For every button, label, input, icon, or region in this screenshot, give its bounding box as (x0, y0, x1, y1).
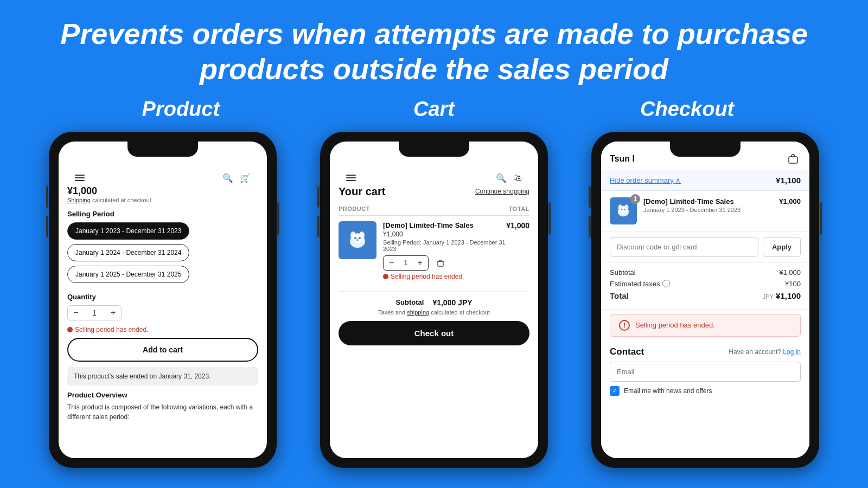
svg-point-13 (621, 208, 623, 210)
selling-period-label: Selling Period (67, 210, 258, 218)
order-summary-link[interactable]: Hide order summary ∧ (610, 176, 681, 184)
taxes-value: ¥100 (785, 280, 801, 288)
cart-delete-button[interactable] (433, 255, 448, 271)
page-wrapper: Prevents orders when attempts are made t… (0, 0, 868, 468)
headline: Prevents orders when attempts are made t… (33, 16, 835, 87)
hamburger-icon[interactable] (75, 175, 85, 181)
checkout-store-name: Tsun I (610, 154, 635, 164)
checkout-error-text: Selling period has ended. (635, 321, 715, 329)
subtotal-label: Subtotal (610, 268, 636, 277)
cart-error-msg: Selling period has ended. (383, 273, 529, 280)
header: Prevents orders when attempts are made t… (0, 0, 868, 92)
total-label: Total (610, 291, 629, 300)
period-option-2023[interactable]: January 1 2023 - December 31 2023 (67, 222, 189, 240)
side-btn-3 (277, 202, 279, 235)
svg-rect-8 (789, 157, 797, 163)
newsletter-label: Email me with news and offers (624, 387, 712, 395)
cart-qty-minus[interactable]: − (384, 256, 399, 270)
period-option-2024[interactable]: January 1 2024 - December 31 2024 (67, 244, 189, 261)
svg-point-6 (356, 239, 359, 241)
checkout-button[interactable]: Check out (339, 321, 529, 345)
cart-item-price-right: ¥1,000 (506, 221, 529, 230)
order-summary-total: ¥1,100 (776, 176, 801, 185)
cart-subtotal-row: Subtotal ¥1,000 JPY (339, 298, 529, 307)
notch-cart (399, 142, 469, 157)
apply-button[interactable]: Apply (763, 237, 801, 257)
error-circle-icon: ! (619, 320, 630, 331)
quantity-control: − 1 + (67, 305, 122, 320)
checkout-cart-icon (786, 151, 801, 166)
side-btn-7 (589, 186, 591, 208)
qty-value: 1 (92, 309, 97, 317)
continue-shopping-link[interactable]: Continue shopping (475, 188, 529, 195)
cart-title: Your cart (339, 185, 475, 198)
section-label-checkout: Checkout (560, 98, 814, 121)
search-icon[interactable]: 🔍 (222, 173, 233, 183)
cart-subtotal-val: ¥1,000 JPY (432, 298, 472, 307)
order-item-name: [Demo] Limited-Time Sales (643, 197, 773, 206)
product-topnav: 🔍 🛒 (67, 169, 258, 185)
cart-search-icon[interactable]: 🔍 (496, 173, 507, 183)
phones-row: 🔍 🛒 ¥1,000 Shipping calculated at checko… (0, 126, 868, 468)
cart-col-product: PRODUCT (339, 206, 370, 212)
svg-point-14 (624, 208, 626, 210)
cart-qty-control: − 1 + (383, 255, 429, 271)
order-summary-toggle[interactable]: Hide order summary ∧ ¥1,100 (601, 170, 809, 191)
error-dot-icon (67, 327, 73, 332)
product-error-text: Selling period has ended. (75, 326, 148, 333)
cart-screen: 🔍 🛍 Your cart Continue shopping PRODUCT … (330, 142, 538, 458)
cart-error-text: Selling period has ended. (391, 273, 464, 280)
login-link[interactable]: Log in (783, 348, 801, 356)
cart-qty-plus[interactable]: + (412, 256, 428, 270)
product-shipping: Shipping calculated at checkout. (67, 197, 258, 203)
svg-rect-7 (438, 261, 443, 266)
cart-topbar: Your cart Continue shopping (339, 185, 529, 198)
side-btn-1 (46, 186, 48, 208)
cart-bag-icon[interactable]: 🛍 (513, 173, 522, 183)
shipping-link[interactable]: Shipping (67, 197, 91, 203)
taxes-row: Estimated taxes i ¥100 (610, 280, 801, 288)
add-to-cart-button[interactable]: Add to cart (67, 338, 258, 362)
cart-hamburger-icon[interactable] (346, 175, 356, 181)
notch-product (127, 142, 198, 157)
order-summary-link-text: Hide order summary (610, 176, 674, 184)
total-amount: ¥1,100 (776, 291, 801, 300)
cart-qty-row: − 1 + (383, 255, 529, 271)
quantity-label: Quantity (67, 293, 258, 301)
total-value: JPY ¥1,100 (763, 291, 801, 300)
order-item-row: 1 [Demo] Limited-Time Sales January 1 20… (610, 197, 801, 224)
sale-ended-box: This product's sale ended on January 31,… (67, 367, 258, 386)
checkout-product-image (615, 202, 632, 220)
contact-section: Contact Have an account? Log in ✓ Email (601, 341, 809, 399)
have-account-text: Have an account? (729, 348, 781, 356)
email-input[interactable] (610, 362, 801, 382)
cart-topnav: 🔍 🛍 (339, 169, 529, 185)
tax-note-suffix: calculated at checkout (431, 309, 490, 316)
cart-item-name: [Demo] Limited-Time Sales (383, 221, 506, 229)
totals-section: Subtotal ¥1,000 Estimated taxes i ¥100 T… (601, 263, 809, 310)
item-badge: 1 (630, 194, 640, 204)
cart-tax-note: Taxes and shipping calculated at checkou… (339, 309, 529, 316)
period-option-2025[interactable]: January 1 2025 - December 31 2025 (67, 266, 189, 283)
cart-qty-value: 1 (399, 256, 412, 269)
cart-subtotal-section: Subtotal ¥1,000 JPY Taxes and shipping c… (339, 291, 529, 345)
shipping-suffix: calculated at checkout. (92, 197, 153, 203)
product-screen: 🔍 🛒 ¥1,000 Shipping calculated at checko… (59, 142, 267, 458)
section-label-product: Product (54, 98, 308, 121)
discount-input[interactable] (610, 237, 758, 257)
chevron-up-icon: ∧ (675, 176, 681, 184)
newsletter-checkbox[interactable]: ✓ (610, 386, 620, 396)
cart-header-row: PRODUCT TOTAL (339, 206, 529, 216)
qty-minus-btn[interactable]: − (73, 308, 78, 318)
section-labels: Product Cart Checkout (0, 92, 868, 126)
cart-item-row: [Demo] Limited-Time Sales ¥1,000 Selling… (339, 221, 529, 280)
order-item-image: 1 (610, 197, 637, 224)
shipping-link-cart[interactable]: shipping (407, 309, 429, 316)
cart-col-total: TOTAL (509, 206, 529, 212)
side-btn-2 (46, 216, 48, 237)
qty-plus-btn[interactable]: + (111, 308, 116, 318)
info-icon: i (662, 280, 670, 287)
order-item-price: ¥1,000 (779, 197, 801, 206)
notch-checkout (670, 142, 741, 157)
cart-icon[interactable]: 🛒 (240, 173, 251, 183)
